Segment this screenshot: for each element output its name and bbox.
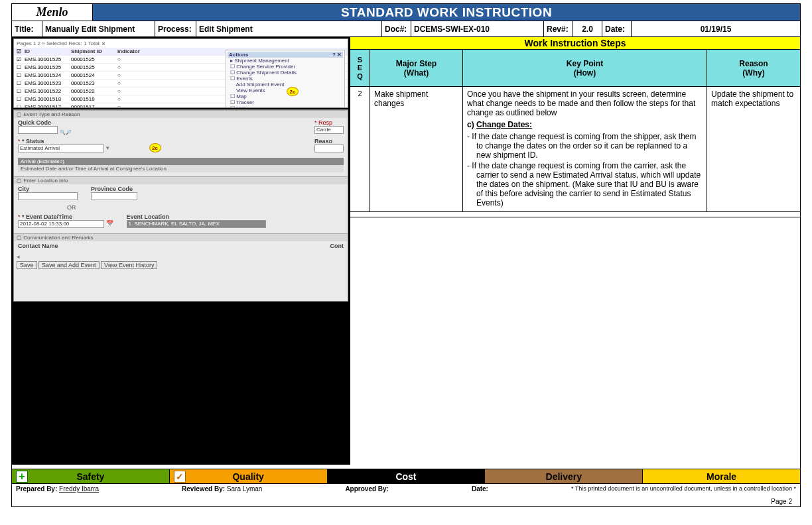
check-icon: ✓ — [174, 471, 186, 483]
province-input[interactable] — [91, 192, 137, 200]
pager-text: Pages 1 2 » Selected Recs: 1 Total: 8 — [14, 39, 348, 48]
left-screenshot-panel: Pages 1 2 » Selected Recs: 1 Total: 8 ☑ … — [12, 37, 350, 465]
footer-categories: + Safety ✓ Quality Cost Delivery Morale — [12, 469, 800, 484]
screenshot-form: ▢ Event Type and Reason Quick Code 🔍🔎 * … — [13, 109, 348, 302]
actions-menu[interactable]: Actions? ✕ ▸ Shipment Management☐ Change… — [226, 50, 345, 108]
how-value: Once you have the shipment in your resul… — [463, 87, 707, 211]
right-instruction-panel: Work Instruction Steps SEQ Major Step(Wh… — [350, 37, 800, 465]
main-title: STANDARD WORK INSTRUCTION — [93, 4, 800, 21]
what-value: Make shipment changes — [370, 87, 463, 211]
footer: + Safety ✓ Quality Cost Delivery Morale … — [12, 469, 800, 494]
seq-value: 2 — [350, 87, 370, 211]
doc-label: Doc#: — [382, 21, 411, 36]
save-button[interactable]: Save — [17, 261, 37, 269]
col-what-header: Major Step(What) — [370, 50, 463, 86]
page-container: Menlo STANDARD WORK INSTRUCTION Title: M… — [11, 3, 801, 507]
col-indicator: Indicator — [117, 48, 164, 54]
event-datetime-input[interactable]: 2012-08-02 15:33:00 — [18, 220, 104, 228]
callout-2c-lower: 2c — [149, 143, 161, 152]
section-communication: ▢ Communication and Remarks — [14, 233, 348, 241]
city-input[interactable] — [18, 192, 78, 200]
date-value: 01/19/15 — [632, 21, 800, 36]
title-value: Manually Edit Shipment — [42, 21, 155, 36]
col-shipid: Shipment ID — [71, 48, 117, 54]
event-location-input[interactable]: 1. BENCHMARK, EL SALTO, JA, MEX — [127, 220, 266, 228]
process-value: Edit Shipment — [196, 21, 382, 36]
quality-box: ✓ Quality — [170, 469, 328, 483]
why-value: Update the shipment to match expectation… — [707, 87, 800, 211]
work-instruction-steps-header: Work Instruction Steps — [350, 37, 800, 50]
reason-input[interactable] — [314, 145, 344, 152]
rev-value: 2.0 — [573, 21, 602, 36]
screenshot-grid: Pages 1 2 » Selected Recs: 1 Total: 8 ☑ … — [13, 38, 348, 108]
title-label: Title: — [12, 21, 42, 36]
delivery-box: Delivery — [485, 469, 643, 483]
column-header-row: SEQ Major Step(What) Key Point(How) Reas… — [350, 50, 800, 87]
section-event-type: ▢ Event Type and Reason — [14, 110, 348, 118]
morale-box: Morale — [643, 469, 800, 483]
safety-box: + Safety — [12, 469, 170, 483]
status-select[interactable]: Estimated Arrival — [18, 145, 104, 152]
disclaimer: * This printed document is an uncontroll… — [571, 485, 796, 493]
meta-row: Title: Manually Edit Shipment Process: E… — [12, 21, 800, 37]
resp-input[interactable]: Carrie — [314, 126, 344, 134]
arrival-desc: Estimated Date and/or Time of Arrival at… — [18, 165, 344, 172]
quick-code-input[interactable] — [18, 126, 58, 134]
top-bar: Menlo STANDARD WORK INSTRUCTION — [12, 4, 800, 21]
page-number: Page 2 — [771, 498, 792, 505]
content-area: Pages 1 2 » Selected Recs: 1 Total: 8 ☑ … — [12, 37, 800, 465]
date-label: Date: — [602, 21, 632, 36]
section-location: ▢ Enter Location Info — [14, 176, 348, 184]
logo: Menlo — [12, 4, 93, 21]
doc-value: DCEMS-SWI-EX-010 — [411, 21, 544, 36]
spacer-row — [350, 212, 800, 217]
rev-label: Rev#: — [544, 21, 573, 36]
arrival-heading: Arrival (Estimated) — [18, 158, 344, 165]
footer-signatures: Prepared By: Freddy Ibarra Reviewed By: … — [12, 484, 800, 494]
col-how-header: Key Point(How) — [463, 50, 707, 86]
col-id: ID — [25, 48, 71, 54]
col-why-header: Reason(Why) — [707, 50, 800, 86]
plus-icon: + — [16, 471, 28, 483]
callout-2c-upper: 2c — [287, 87, 299, 96]
save-add-event-button[interactable]: Save and Add Event — [38, 261, 100, 269]
cost-box: Cost — [328, 469, 486, 483]
col-seq-header: SEQ — [350, 50, 370, 86]
view-history-button[interactable]: View Event History — [101, 261, 157, 269]
process-label: Process: — [155, 21, 196, 36]
data-row: 2 Make shipment changes Once you have th… — [350, 87, 800, 212]
or-text: OR — [14, 203, 348, 212]
